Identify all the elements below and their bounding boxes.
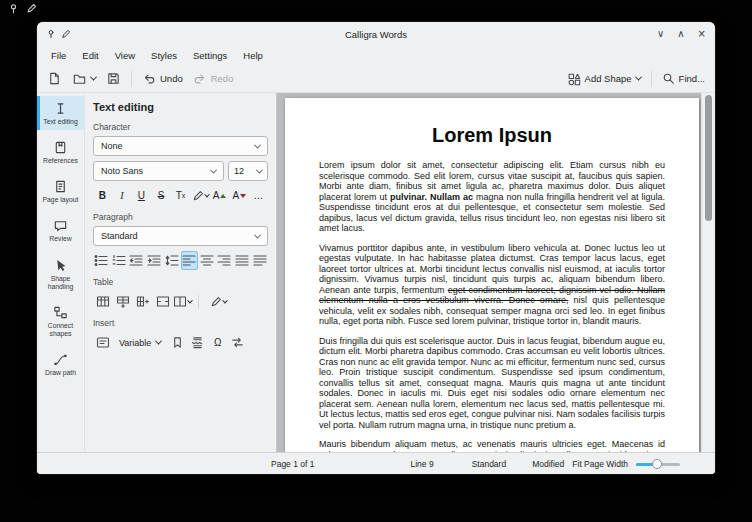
- align-left-button[interactable]: [181, 251, 198, 270]
- grow-font-button[interactable]: A: [210, 186, 229, 205]
- align-center-button[interactable]: [199, 251, 216, 270]
- zoom-slider-handle[interactable]: [652, 459, 662, 469]
- bullet-list-button[interactable]: [93, 251, 110, 270]
- sidebar-item-label: Shape handling: [38, 275, 83, 291]
- character-style-combo[interactable]: None: [93, 136, 268, 156]
- document-paragraph[interactable]: Vivamus porttitor dapibus ante, in vesti…: [319, 243, 665, 327]
- indent-less-button[interactable]: [128, 251, 145, 270]
- bookmark-icon: [171, 336, 184, 349]
- menu-settings[interactable]: Settings: [185, 48, 235, 63]
- maximize-button[interactable]: ∧: [677, 29, 684, 39]
- link-arrows-icon: [231, 336, 244, 349]
- redo-button[interactable]: Redo: [188, 69, 239, 89]
- paragraph-format-row: [93, 251, 268, 270]
- italic-button[interactable]: I: [113, 186, 132, 205]
- document-paragraph[interactable]: Lorem ipsum dolor sit amet, consectetur …: [319, 160, 665, 234]
- open-document-button[interactable]: [67, 68, 101, 89]
- numbered-list-button[interactable]: [111, 251, 128, 270]
- pin-on-all-desktops-icon[interactable]: [46, 29, 56, 39]
- paragraph-style-value: Standard: [101, 231, 138, 241]
- insert-frame-button[interactable]: [93, 333, 112, 352]
- bold-button[interactable]: B: [93, 186, 112, 205]
- titlebar[interactable]: Calligra Words ∨ ∧ ×: [37, 22, 715, 46]
- line-indicator: Line 9: [410, 459, 433, 469]
- zoom-mode-button[interactable]: Fit Page Width: [572, 459, 628, 469]
- undo-button[interactable]: Undo: [137, 69, 188, 89]
- vertical-scrollbar[interactable]: [701, 93, 715, 452]
- insert-variable-button[interactable]: Variable: [113, 333, 167, 352]
- new-document-icon: [47, 71, 62, 86]
- insert-page-break-button[interactable]: [188, 333, 207, 352]
- menu-styles[interactable]: Styles: [143, 48, 185, 63]
- table-edit-button[interactable]: [205, 292, 231, 311]
- document-paragraph[interactable]: Duis fringilla dui quis est scelerisque …: [319, 336, 665, 431]
- text-segment[interactable]: Mauris bibendum aliquam metus, ac venena…: [319, 439, 665, 452]
- character-more-button[interactable]: …: [250, 186, 269, 205]
- insert-table-button[interactable]: [93, 292, 112, 311]
- strikethrough-button[interactable]: S: [152, 186, 171, 205]
- sidebar-item-connect-shapes[interactable]: Connect shapes: [37, 300, 84, 342]
- menu-edit[interactable]: Edit: [74, 48, 106, 63]
- sidebar-item-references[interactable]: References: [37, 135, 84, 169]
- menu-help[interactable]: Help: [235, 48, 271, 63]
- insert-bookmark-button[interactable]: [168, 333, 187, 352]
- document-content[interactable]: Lorem ipsum dolor sit amet, consectetur …: [319, 160, 665, 452]
- undo-label: Undo: [160, 73, 183, 84]
- tool-sidebar: Text editing References Page layout Revi…: [37, 93, 85, 452]
- table-section-label: Table: [93, 277, 268, 287]
- document-canvas[interactable]: Lorem Ipsun Lorem ipsum dolor sit amet, …: [277, 93, 701, 452]
- document-paragraph[interactable]: Mauris bibendum aliquam metus, ac venena…: [319, 439, 665, 452]
- page-break-icon: [191, 336, 204, 349]
- text-color-button[interactable]: [191, 186, 210, 205]
- sidebar-item-page-layout[interactable]: Page layout: [37, 174, 84, 208]
- subscript-superscript-button[interactable]: Tx: [171, 186, 190, 205]
- scrollbar-thumb[interactable]: [705, 95, 712, 221]
- text-direction-button[interactable]: [251, 251, 268, 270]
- font-size-spinner[interactable]: 12: [228, 161, 268, 181]
- align-justify-button[interactable]: [234, 251, 251, 270]
- insert-row-button[interactable]: [113, 292, 132, 311]
- sidebar-item-text-editing[interactable]: Text editing: [37, 96, 84, 130]
- style-indicator[interactable]: Standard: [472, 459, 507, 469]
- sidebar-item-draw-path[interactable]: Draw path: [37, 347, 84, 381]
- insert-row: Variable Ω: [93, 333, 268, 352]
- indent-more-button[interactable]: [146, 251, 163, 270]
- chevron-down-icon: [187, 297, 193, 303]
- document-page[interactable]: Lorem Ipsun Lorem ipsum dolor sit amet, …: [285, 98, 699, 452]
- menu-view[interactable]: View: [107, 48, 143, 63]
- numbered-list-icon: [112, 254, 126, 267]
- zoom-slider[interactable]: [636, 459, 680, 469]
- font-family-combo[interactable]: Noto Sans: [93, 161, 224, 181]
- sidebar-item-review[interactable]: Review: [37, 213, 84, 247]
- pencil-icon: [26, 3, 37, 14]
- chevron-down-icon: [254, 141, 261, 148]
- minimize-button[interactable]: ∨: [657, 29, 664, 39]
- page-indicator[interactable]: Page 1 of 1: [271, 459, 314, 469]
- merge-cells-button[interactable]: [153, 292, 172, 311]
- text-editing-docker: Text editing Character None Noto Sans 12: [85, 93, 277, 452]
- text-segment[interactable]: Duis fringilla dui quis est scelerisque …: [319, 336, 665, 430]
- character-section-label: Character: [93, 122, 268, 132]
- document-title[interactable]: Lorem Ipsun: [319, 124, 665, 147]
- close-button[interactable]: ×: [698, 29, 706, 39]
- triangle-up-icon: [220, 194, 226, 198]
- text-segment[interactable]: pulvinar. Nullam ac: [390, 192, 473, 202]
- paragraph-style-combo[interactable]: Standard: [93, 226, 268, 246]
- menu-file[interactable]: File: [43, 48, 74, 63]
- docker-title: Text editing: [93, 101, 268, 113]
- insert-column-button[interactable]: [133, 292, 152, 311]
- align-right-button[interactable]: [216, 251, 233, 270]
- insert-index-button[interactable]: [228, 333, 247, 352]
- shrink-font-button[interactable]: A: [230, 186, 249, 205]
- insert-special-character-button[interactable]: Ω: [208, 333, 227, 352]
- line-spacing-button[interactable]: [163, 251, 180, 270]
- draw-path-icon: [53, 352, 68, 367]
- new-document-button[interactable]: [42, 68, 67, 89]
- sidebar-item-shape-handling[interactable]: Shape handling: [37, 253, 84, 295]
- add-shape-button[interactable]: Add Shape: [562, 69, 646, 89]
- underline-button[interactable]: U: [132, 186, 151, 205]
- find-button[interactable]: Find...: [657, 69, 710, 88]
- split-cells-button[interactable]: [173, 292, 192, 311]
- save-button[interactable]: [101, 68, 126, 89]
- chevron-down-icon: [204, 191, 210, 197]
